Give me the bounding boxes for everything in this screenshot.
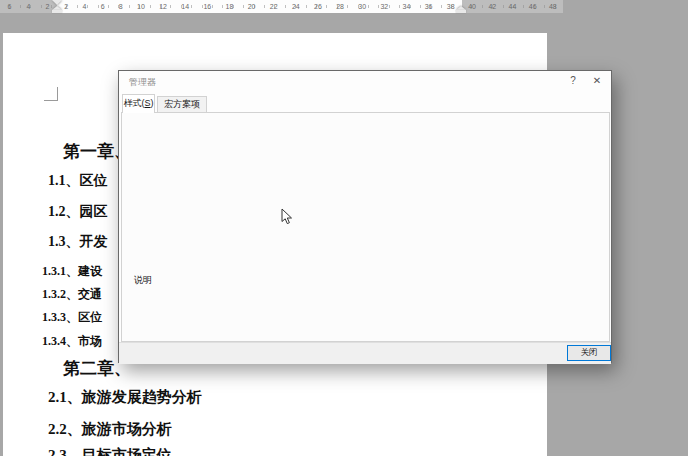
dialog-bottom-band [119, 342, 611, 364]
ruler-number: 16 [203, 0, 211, 13]
ruler-number: 44 [509, 0, 517, 13]
ruler-number: 28 [336, 0, 344, 13]
ruler-number: 24 [292, 0, 300, 13]
ruler-text-area: 2468101214161820222426283032343638 [57, 0, 462, 13]
ruler-number: 12 [159, 0, 167, 13]
ruler-right-margin: 4042444648 [462, 0, 563, 13]
document-heading[interactable]: 1.2、园区 [48, 203, 108, 221]
ruler-number: 20 [248, 0, 256, 13]
left-indent-marker[interactable] [52, 10, 62, 13]
ruler-number: 6 [101, 0, 105, 13]
ruler-number: 8 [119, 0, 123, 13]
description-group-label: 说明 [131, 274, 155, 287]
ruler-number: 26 [314, 0, 322, 13]
ruler-number: 18 [226, 0, 234, 13]
ruler-number: 34 [403, 0, 411, 13]
ruler-number: 48 [549, 0, 557, 13]
word-window: 642 2468101214161820222426283032343638 4… [0, 0, 688, 456]
document-heading[interactable]: 1.3、开发 [48, 233, 108, 251]
first-line-indent-marker[interactable] [52, 0, 62, 5]
document-heading[interactable]: 1.3.2、交通 [42, 286, 102, 303]
dialog-title: 管理器 [129, 76, 156, 89]
help-icon[interactable]: ? [565, 74, 581, 88]
ruler-number: 32 [380, 0, 388, 13]
ruler-number: 6 [8, 0, 12, 13]
document-heading[interactable]: 2.1、旅游发展趋势分析 [48, 388, 202, 407]
document-heading[interactable]: 1.3.1、建设 [42, 263, 102, 280]
close-icon[interactable]: ✕ [589, 74, 605, 88]
horizontal-ruler[interactable]: 642 2468101214161820222426283032343638 4… [0, 0, 563, 13]
ruler-left-margin: 642 [0, 0, 57, 13]
ruler-number: 2 [64, 0, 68, 13]
document-heading[interactable]: 2.3、目标市场定位 [48, 446, 172, 456]
ruler-number: 46 [529, 0, 537, 13]
organizer-dialog: 管理器 ? ✕ 样式(S) 宏方案项(M) 在 test.docx 中(I): … [118, 70, 612, 363]
document-heading[interactable]: 1.3.4、市场 [42, 333, 102, 350]
ruler-number: 22 [270, 0, 278, 13]
right-indent-marker-base[interactable] [456, 10, 466, 13]
margin-corner-mark [44, 87, 58, 101]
ruler-number: 2 [46, 0, 50, 13]
tab-styles[interactable]: 样式(S) [122, 94, 155, 113]
styles-tab-panel [121, 112, 610, 342]
document-heading[interactable]: 2.2、旅游市场分析 [48, 420, 172, 439]
ruler-number: 40 [468, 0, 476, 13]
ruler-number: 30 [358, 0, 366, 13]
document-heading[interactable]: 1.3.3、区位 [42, 309, 102, 326]
mouse-cursor-icon [281, 208, 293, 230]
ruler-number: 38 [447, 0, 455, 13]
close-button[interactable]: 关闭 [567, 345, 611, 361]
ruler-number: 4 [27, 0, 31, 13]
document-heading[interactable]: 1.1、区位 [48, 172, 108, 190]
ruler-number: 4 [82, 0, 86, 13]
ruler-number: 14 [181, 0, 189, 13]
ruler-number: 36 [425, 0, 433, 13]
tab-macro-items[interactable]: 宏方案项(M) [157, 96, 207, 113]
ruler-number: 10 [137, 0, 145, 13]
ruler-number: 42 [488, 0, 496, 13]
